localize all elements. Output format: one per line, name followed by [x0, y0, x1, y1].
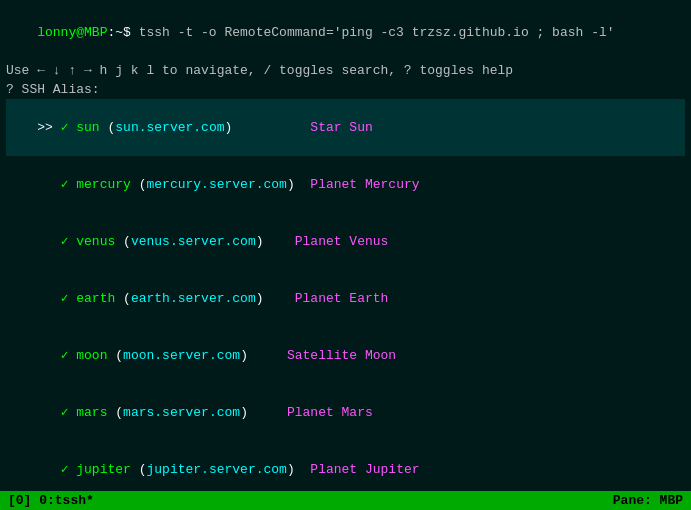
- section-label: ? SSH Alias:: [6, 80, 685, 99]
- prompt-command: tssh -t -o RemoteCommand='ping -c3 trzsz…: [139, 25, 615, 40]
- row-desc: Star Sun: [232, 120, 372, 135]
- row-alias: moon: [76, 348, 107, 363]
- prompt-line: lonny@MBP:~$ tssh -t -o RemoteCommand='p…: [6, 4, 685, 61]
- row-desc: Planet Earth: [264, 291, 389, 306]
- row-indent: [37, 291, 60, 306]
- row-paren-close: ): [256, 234, 264, 249]
- row-check: ✓: [61, 462, 77, 477]
- row-alias: mars: [76, 405, 107, 420]
- row-indent: [37, 177, 60, 192]
- row-paren-open: (: [131, 177, 147, 192]
- row-alias: sun: [76, 120, 99, 135]
- row-paren-open: (: [107, 405, 123, 420]
- row-paren-close: ): [256, 291, 264, 306]
- row-alias: mercury: [76, 177, 131, 192]
- row-alias: jupiter: [76, 462, 131, 477]
- row-host: earth.server.com: [131, 291, 256, 306]
- row-alias: earth: [76, 291, 115, 306]
- row-paren-close: ): [240, 348, 248, 363]
- prompt-sep: :~$: [107, 25, 138, 40]
- row-host: venus.server.com: [131, 234, 256, 249]
- row-paren-open: (: [107, 348, 123, 363]
- row-desc: Planet Venus: [264, 234, 389, 249]
- row-indent: [37, 405, 60, 420]
- row-paren-close: ): [287, 462, 295, 477]
- row-check: ✓: [61, 291, 77, 306]
- list-item[interactable]: ✓ moon (moon.server.com) Satellite Moon: [6, 327, 685, 384]
- row-host: sun.server.com: [115, 120, 224, 135]
- row-host: moon.server.com: [123, 348, 240, 363]
- row-alias: venus: [76, 234, 115, 249]
- list-item[interactable]: ✓ earth (earth.server.com) Planet Earth: [6, 270, 685, 327]
- row-paren-close: ): [287, 177, 295, 192]
- row-paren-open: (: [131, 462, 147, 477]
- row-check: ✓: [61, 120, 77, 135]
- row-indent: [37, 462, 60, 477]
- row-check: ✓: [61, 348, 77, 363]
- status-bar: [0] 0:tssh* Pane: MBP: [0, 491, 691, 510]
- row-desc: Planet Mars: [248, 405, 373, 420]
- row-desc: Satellite Moon: [248, 348, 396, 363]
- row-desc: Planet Mercury: [295, 177, 420, 192]
- nav-help: Use ← ↓ ↑ → h j k l to navigate, / toggl…: [6, 61, 685, 80]
- list-item[interactable]: ✓ mars (mars.server.com) Planet Mars: [6, 384, 685, 441]
- row-paren-close: ): [240, 405, 248, 420]
- status-right: Pane: MBP: [613, 493, 683, 508]
- row-host: mercury.server.com: [146, 177, 286, 192]
- row-check: ✓: [61, 234, 77, 249]
- row-host: mars.server.com: [123, 405, 240, 420]
- row-check: ✓: [61, 177, 77, 192]
- row-check: ✓: [61, 405, 77, 420]
- list-item[interactable]: >> ✓ sun (sun.server.com) Star Sun: [6, 99, 685, 156]
- prompt-user: lonny@MBP: [37, 25, 107, 40]
- list-item[interactable]: ✓ venus (venus.server.com) Planet Venus: [6, 213, 685, 270]
- row-paren-open: (: [115, 291, 131, 306]
- list-item[interactable]: ✓ jupiter (jupiter.server.com) Planet Ju…: [6, 441, 685, 491]
- status-left: [0] 0:tssh*: [8, 493, 94, 508]
- row-desc: Planet Jupiter: [295, 462, 420, 477]
- row-host: jupiter.server.com: [146, 462, 286, 477]
- row-indent: [37, 234, 60, 249]
- row-paren-open: (: [115, 234, 131, 249]
- row-indent: [37, 348, 60, 363]
- list-item[interactable]: ✓ mercury (mercury.server.com) Planet Me…: [6, 156, 685, 213]
- terminal: lonny@MBP:~$ tssh -t -o RemoteCommand='p…: [0, 0, 691, 491]
- row-paren-open: (: [100, 120, 116, 135]
- row-arrow: >>: [37, 120, 60, 135]
